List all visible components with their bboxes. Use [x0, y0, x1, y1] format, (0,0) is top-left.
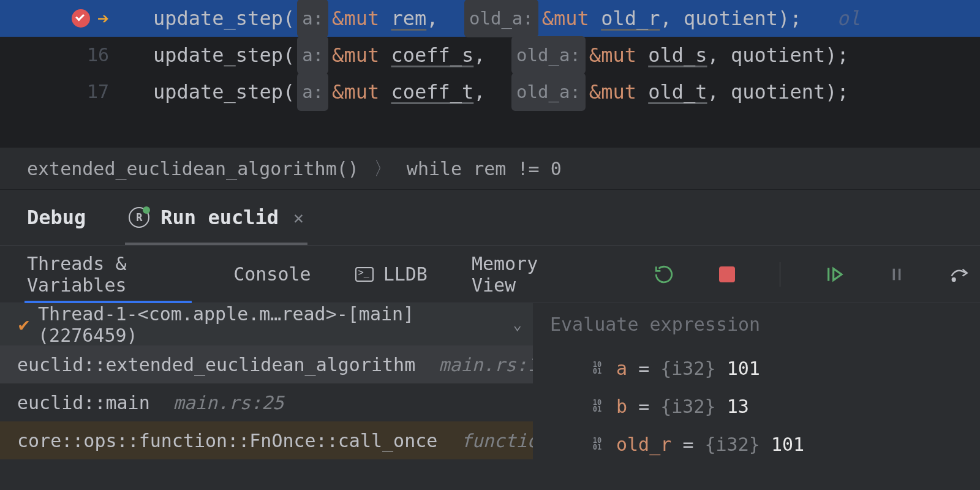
thread-selector[interactable]: ✔ Thread-1-<com.apple.m…read>-[main] (22… — [0, 303, 533, 345]
subtab-console[interactable]: Console — [233, 246, 311, 303]
variable-row[interactable]: 1001 b = {i32} 13 — [533, 387, 980, 425]
code-editor[interactable]: ➔ update_step( a: &mut rem, old_a: &mut … — [0, 0, 980, 147]
variable-value: old_r = {i32} 101 — [616, 434, 804, 455]
argument: quotient — [684, 0, 778, 37]
breadcrumb-item[interactable]: extended_euclidean_algorithm() — [27, 158, 359, 179]
mut-keyword: &mut — [332, 0, 379, 37]
tab-label: Run euclid — [160, 206, 279, 229]
placeholder-text: Evaluate expression — [550, 314, 760, 335]
code-content: update_step( a: &mut coeff_s, old_a: &mu… — [116, 36, 849, 74]
stack-frame[interactable]: euclid::extended_euclidean_algorithm mai… — [0, 345, 533, 383]
breakpoint-icon[interactable] — [72, 9, 90, 28]
chevron-right-icon: 〉 — [374, 156, 392, 181]
thread-eval-row: ✔ Thread-1-<com.apple.m…read>-[main] (22… — [0, 303, 980, 345]
tab-label: Debug — [27, 206, 86, 229]
rerun-button[interactable] — [654, 263, 674, 285]
primitive-icon: 1001 — [588, 397, 606, 415]
gutter[interactable] — [0, 110, 116, 147]
line-number: 16 — [87, 37, 109, 74]
subtab-lldb[interactable]: LLDB — [355, 246, 428, 303]
fn-call: update_step — [153, 0, 283, 37]
frame-symbol: euclid::extended_euclidean_algorithm — [17, 354, 415, 375]
inlay-hint: a: — [297, 73, 328, 111]
tab-debug[interactable]: Debug — [27, 190, 86, 245]
primitive-icon: 1001 — [588, 359, 606, 377]
argument: quotient — [731, 37, 825, 74]
variable-value: b = {i32} 13 — [616, 396, 749, 417]
code-content: update_step( a: &mut rem, old_a: &mut ol… — [116, 0, 861, 37]
subtab-label: Console — [233, 263, 311, 285]
inlay-hint: a: — [297, 36, 328, 74]
gutter[interactable]: 16 — [0, 37, 116, 74]
terminal-icon — [355, 267, 374, 282]
subtab-threads-vars[interactable]: Threads & Variables — [27, 246, 189, 303]
stack-frame-library[interactable]: core::ops::function::FnOnce::call_once f… — [0, 421, 533, 459]
gutter[interactable]: 17 — [0, 74, 116, 110]
inlay-hint: old_a: — [464, 0, 538, 37]
fn-call: update_step — [153, 74, 283, 110]
evaluate-expression-input[interactable]: Evaluate expression — [533, 303, 980, 345]
inlay-hint: old_a: — [511, 36, 586, 74]
stop-icon — [719, 266, 735, 282]
breadcrumb-item[interactable]: while rem != 0 — [407, 158, 562, 179]
code-line[interactable]: 17 update_step( a: &mut coeff_t, old_a: … — [0, 74, 980, 110]
fn-call: update_step — [153, 37, 283, 74]
frames-and-variables: euclid::extended_euclidean_algorithm mai… — [0, 345, 980, 490]
mut-keyword: &mut — [589, 37, 636, 74]
variable: old_s — [648, 37, 707, 74]
code-line-current[interactable]: ➔ update_step( a: &mut rem, old_a: &mut … — [0, 0, 980, 37]
variables-list[interactable]: 1001 a = {i32} 101 1001 b = {i32} 13 100… — [533, 345, 980, 490]
variable: coeff_t — [391, 74, 473, 110]
stop-button[interactable] — [718, 263, 736, 285]
inlay-hint: old_a: — [511, 73, 586, 111]
svg-marker-1 — [834, 268, 842, 280]
mut-keyword: &mut — [589, 74, 636, 110]
rust-icon: R — [129, 207, 149, 228]
step-over-button[interactable] — [949, 263, 971, 285]
frames-list[interactable]: euclid::extended_euclidean_algorithm mai… — [0, 345, 533, 490]
stack-frame[interactable]: euclid::main main.rs:25 — [0, 383, 533, 421]
mut-keyword: &mut — [332, 37, 379, 74]
frame-symbol: euclid::main — [17, 392, 150, 413]
variable: rem — [391, 0, 426, 37]
primitive-icon: 1001 — [588, 435, 606, 453]
gutter[interactable]: ➔ — [0, 0, 116, 37]
subtab-label: Memory View — [472, 253, 566, 296]
argument: quotient — [731, 74, 825, 110]
chevron-down-icon: ⌄ — [513, 316, 522, 333]
line-number: 17 — [87, 74, 109, 110]
debug-subtabs: Threads & Variables Console LLDB Memory … — [0, 245, 980, 303]
code-line[interactable] — [0, 110, 980, 147]
svg-point-4 — [952, 278, 956, 281]
code-line[interactable]: 16 update_step( a: &mut coeff_s, old_a: … — [0, 37, 980, 74]
execution-pointer-icon: ➔ — [97, 0, 109, 37]
frame-symbol: core::ops::function::FnOnce::call_once — [17, 430, 437, 451]
code-content: update_step( a: &mut coeff_t, old_a: &mu… — [116, 73, 849, 111]
variable: old_r — [601, 0, 660, 37]
separator — [780, 262, 780, 287]
toolwindow-tab-bar: Debug R Run euclid ✕ — [0, 190, 980, 245]
variable-row[interactable]: 1001 old_r = {i32} 101 — [533, 425, 980, 463]
close-icon[interactable]: ✕ — [293, 208, 304, 228]
resume-button[interactable] — [824, 263, 844, 285]
thread-label: Thread-1-<com.apple.m…read>-[main] (2276… — [38, 303, 504, 346]
variable: old_t — [648, 74, 707, 110]
pause-button[interactable] — [888, 263, 905, 285]
mut-keyword: &mut — [332, 74, 379, 110]
inlay-hint: a: — [297, 0, 328, 37]
mut-keyword: &mut — [542, 0, 589, 37]
frame-location: main.rs:25 — [173, 392, 284, 413]
subtab-label: Threads & Variables — [27, 253, 189, 296]
variable-value: a = {i32} 101 — [616, 358, 760, 379]
variable-row[interactable]: 1001 a = {i32} 101 — [533, 349, 980, 387]
check-icon: ✔ — [18, 314, 29, 335]
subtab-memory[interactable]: Memory View — [472, 246, 566, 303]
ghost-text: ol — [837, 0, 861, 37]
subtab-label: LLDB — [383, 263, 428, 285]
breadcrumb[interactable]: extended_euclidean_algorithm() 〉 while r… — [0, 147, 980, 190]
variable: coeff_s — [391, 37, 473, 74]
tab-run-config[interactable]: R Run euclid ✕ — [129, 190, 304, 245]
